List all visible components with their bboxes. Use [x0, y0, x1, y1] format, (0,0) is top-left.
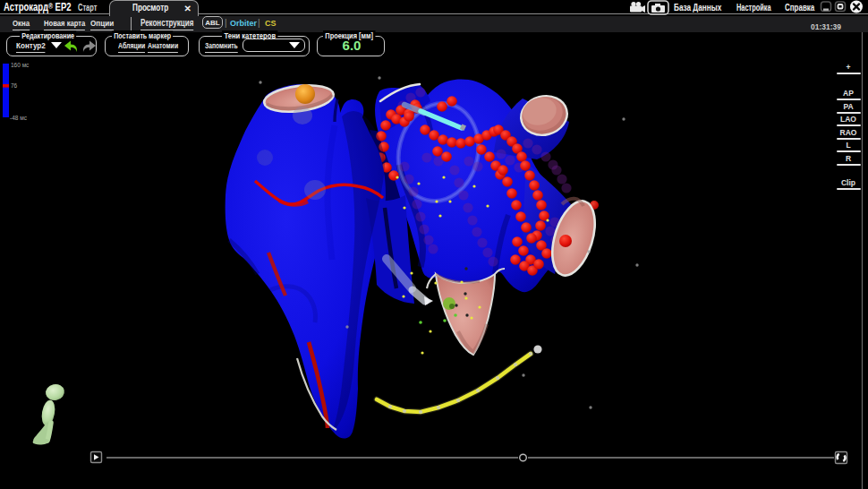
- svg-text:76: 76: [11, 82, 18, 89]
- svg-text:-48 мс: -48 мс: [10, 115, 28, 121]
- svg-text:160 мс: 160 мс: [11, 62, 30, 68]
